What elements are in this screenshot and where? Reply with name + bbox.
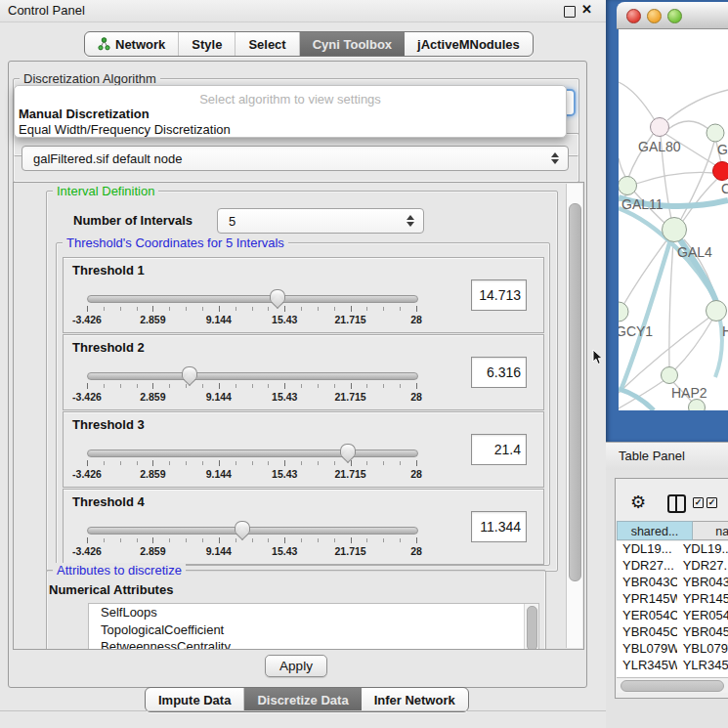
- tab-network[interactable]: Network: [85, 32, 179, 56]
- gear-icon[interactable]: ⚙: [630, 493, 646, 511]
- list-scrollbar-thumb[interactable]: [527, 606, 537, 650]
- network-canvas[interactable]: GAL80GACGAL11GAL4GCY1HHAP2: [619, 29, 728, 410]
- network-edge[interactable]: [619, 389, 654, 410]
- table-cell[interactable]: YER054C: [677, 608, 728, 624]
- table-cell[interactable]: YBL079W: [617, 641, 677, 658]
- tab-discretize-data[interactable]: Discretize Data: [244, 688, 361, 711]
- threshold-1-value-field[interactable]: 14.713: [471, 279, 527, 311]
- table-row[interactable]: YER054CYER054C: [617, 608, 728, 624]
- table-cell[interactable]: YBR045C: [677, 624, 728, 641]
- table-cell[interactable]: YPR145W: [677, 591, 728, 608]
- tab-jactivemnodules[interactable]: jActiveMNodules: [405, 32, 533, 56]
- threshold-3-slider[interactable]: -3.4262.8599.14415.4321.71528: [87, 442, 416, 481]
- network-node[interactable]: [619, 302, 628, 321]
- tab-style[interactable]: Style: [179, 32, 236, 56]
- scale-label: 28: [410, 314, 422, 325]
- table-row[interactable]: YDL19...YDL19...: [617, 541, 728, 558]
- network-node[interactable]: [707, 124, 724, 142]
- network-node[interactable]: [663, 218, 687, 242]
- table-cell[interactable]: YPR145W: [617, 591, 677, 608]
- network-edge[interactable]: [619, 158, 626, 179]
- column-header-shared-name[interactable]: shared...: [617, 521, 693, 540]
- slider-thumb[interactable]: [182, 366, 197, 378]
- table-row[interactable]: YBL079WYBL079W: [617, 641, 728, 658]
- checkbox-icon[interactable]: ✓: [693, 497, 704, 508]
- settings-scrollbar[interactable]: [566, 184, 582, 648]
- attribute-list-item[interactable]: SelfLoops: [89, 604, 538, 621]
- checkbox-icon[interactable]: ✓: [707, 497, 717, 508]
- network-edge[interactable]: [668, 121, 708, 129]
- slider-thumb[interactable]: [270, 289, 285, 301]
- network-edge[interactable]: [667, 90, 728, 120]
- threshold-3-value-field[interactable]: 21.4: [471, 434, 527, 465]
- table-row[interactable]: YBR043CYBR043C: [617, 575, 728, 591]
- float-window-icon[interactable]: [564, 6, 576, 18]
- slider-track[interactable]: [87, 372, 418, 380]
- dropdown-option-manual-discretization[interactable]: Manual Discretization: [19, 107, 150, 121]
- threshold-4-slider[interactable]: -3.4262.8599.14415.4321.71528: [87, 519, 416, 558]
- slider-track[interactable]: [87, 295, 418, 303]
- table-row[interactable]: YDR27...YDR27...: [617, 558, 728, 575]
- table-data-combobox[interactable]: galFiltered.sif default node: [21, 146, 569, 171]
- numerical-attributes-label: Numerical Attributes: [49, 582, 173, 597]
- threshold-1-slider[interactable]: -3.4262.8599.14415.4321.71528: [87, 287, 416, 326]
- numerical-attributes-list[interactable]: SelfLoopsTopologicalCoefficientBetweenne…: [88, 603, 539, 650]
- network-edge[interactable]: [619, 82, 655, 120]
- attribute-list-item[interactable]: TopologicalCoefficient: [89, 621, 538, 639]
- settings-scrollbar-thumb[interactable]: [569, 203, 581, 581]
- threshold-2-slider[interactable]: -3.4262.8599.14415.4321.71528: [87, 364, 416, 404]
- table-row[interactable]: YLR345WYLR345W: [617, 658, 728, 674]
- close-traffic-light-icon[interactable]: [626, 9, 641, 23]
- apply-button[interactable]: Apply: [265, 655, 327, 677]
- network-node[interactable]: [662, 367, 678, 384]
- network-node[interactable]: [651, 118, 669, 137]
- attribute-list-item[interactable]: BetweennessCentrality: [89, 638, 538, 650]
- table-cell[interactable]: YBR043C: [617, 575, 677, 591]
- table-cell[interactable]: YLR345W: [617, 658, 677, 674]
- dropdown-option-equal-width-frequency[interactable]: Equal Width/Frequency Discretization: [19, 122, 231, 137]
- table-cell[interactable]: YDR27...: [677, 558, 728, 575]
- table-row[interactable]: YBR045CYBR045C: [617, 624, 728, 641]
- network-edge[interactable]: [675, 320, 712, 369]
- network-edge[interactable]: [683, 178, 718, 221]
- split-columns-icon[interactable]: [667, 494, 686, 513]
- control-panel-titlebar: [0, 0, 606, 22]
- tab-select[interactable]: Select: [236, 32, 299, 56]
- tab-impute-data[interactable]: Impute Data: [146, 688, 244, 711]
- table-horizontal-scrollbar[interactable]: [617, 677, 728, 693]
- table-cell[interactable]: YLR345W: [677, 658, 728, 674]
- minimize-traffic-light-icon[interactable]: [647, 9, 662, 23]
- network-edge[interactable]: [715, 315, 722, 377]
- slider-thumb[interactable]: [340, 444, 356, 455]
- table-cell[interactable]: YER054C: [617, 608, 677, 624]
- slider-track[interactable]: [87, 527, 418, 535]
- list-scrollbar[interactable]: [524, 604, 538, 650]
- zoom-traffic-light-icon[interactable]: [667, 9, 682, 23]
- network-node-label: GA: [717, 142, 728, 157]
- column-header-name[interactable]: name: [693, 521, 728, 540]
- threshold-2-value-field[interactable]: 6.316: [471, 357, 527, 388]
- table-cell[interactable]: YBL079W: [677, 641, 728, 658]
- tab-cyni-toolbox[interactable]: Cyni Toolbox: [300, 32, 405, 56]
- algorithm-dropdown-popup: Select algorithm to view settings Manual…: [14, 85, 567, 138]
- tab-infer-network[interactable]: Infer Network: [362, 688, 468, 711]
- threshold-2-panel: Threshold 2 -3.4262.8599.14415.4321.7152…: [63, 334, 544, 410]
- close-icon[interactable]: ✕: [581, 2, 592, 17]
- number-of-intervals-combobox[interactable]: 5: [217, 208, 424, 234]
- table-cell[interactable]: YBR045C: [617, 624, 677, 641]
- table-cell[interactable]: YDL19...: [617, 541, 677, 558]
- scale-label: 2.859: [140, 468, 165, 480]
- table-cell[interactable]: YBR043C: [677, 575, 728, 591]
- table-row[interactable]: YPR145WYPR145W: [617, 591, 728, 608]
- threshold-4-value-field[interactable]: 11.344: [471, 511, 527, 542]
- table-cell[interactable]: YDL19...: [677, 541, 728, 558]
- slider-track[interactable]: [87, 450, 418, 457]
- network-node[interactable]: [619, 177, 637, 195]
- slider-thumb[interactable]: [235, 521, 250, 533]
- network-node[interactable]: [707, 301, 727, 321]
- network-node[interactable]: [713, 162, 728, 181]
- network-edge[interactable]: [619, 380, 664, 408]
- table-horizontal-scrollbar-thumb[interactable]: [621, 680, 724, 692]
- table-cell[interactable]: YDR27...: [617, 558, 677, 575]
- scale-label: 9.144: [206, 545, 232, 557]
